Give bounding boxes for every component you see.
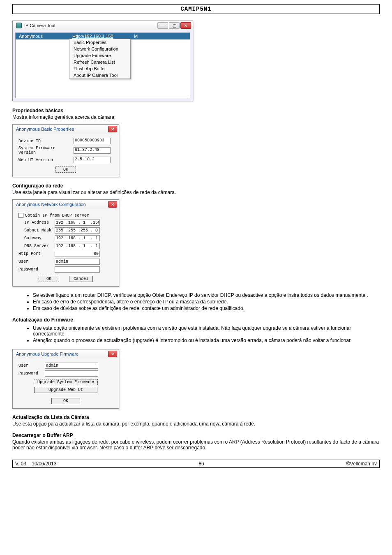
network-config-dialog: Anonymous Network Configuration ✕ Obtain… [12,199,119,287]
menu-flush-arp-buffer[interactable]: Flush Arp Buffer [69,65,130,72]
list-item: Use esta opção unicamente se existirem p… [33,325,380,337]
gw-input[interactable] [55,235,100,241]
ok-button[interactable]: OK [55,166,76,173]
firmware-notes-list: Use esta opção unicamente se existirem p… [33,325,380,343]
menu-about[interactable]: About IP Camera Tool [69,72,130,79]
section-network-desc: Use esta janela para visualizar ou alter… [12,190,380,195]
close-icon[interactable]: ✕ [108,201,117,208]
section-firmware-title: Actualização do Firmware [12,317,380,323]
section-basic-props-title: Propriedades básicas [12,108,380,113]
webui-label: Web UI Version [18,158,72,162]
network-notes-list: Se estiver ligado a um router DHCP, veri… [33,292,380,311]
context-menu: Basic Properties Network Configuration U… [69,39,131,79]
device-id-label: Device ID [18,139,72,143]
dialog-title: Anonymous Upgrade Firmware [16,352,78,356]
menu-basic-properties[interactable]: Basic Properties [69,39,130,46]
password-input[interactable] [45,370,98,377]
ip-input[interactable] [55,220,100,226]
menu-refresh-camera-list[interactable]: Refresh Camera List [69,59,130,65]
maximize-button[interactable]: ▢ [169,22,180,29]
password-label: Password [18,371,43,376]
upgrade-web-ui-button[interactable]: Upgrade Web UI [34,387,97,393]
cancel-button[interactable]: Cancel [69,276,93,282]
list-item: Em caso de dúvidas sobre as definições d… [33,305,380,311]
ok-button[interactable]: OK [39,276,59,282]
device-url-tail: M [131,33,190,39]
sysfw-label: System Firmware Version [18,146,72,155]
webui-value: 2.5.10.2 [74,157,111,163]
list-item: Se estiver ligado a um router DHCP, veri… [33,292,380,298]
close-icon[interactable]: ✕ [108,126,117,132]
dialog-title: Anonymous Basic Properties [16,127,74,132]
window-title: IP Camera Tool [24,23,55,28]
dns-label: DNS Server [24,244,53,248]
device-name: Anonymous [16,33,69,39]
gw-label: Gateway [24,236,53,240]
ip-camera-tool-window: IP Camera Tool — ▢ ✕ Anonymous Http://19… [12,21,193,101]
footer-right: ©Velleman nv [346,461,377,467]
titlebar: IP Camera Tool — ▢ ✕ [13,21,193,30]
app-icon [16,23,22,28]
user-input[interactable] [55,259,100,265]
port-label: Http Port [18,252,53,256]
doc-footer: V. 03 – 10/06/2013 86 ©Velleman nv [12,460,380,468]
menu-upgrade-firmware[interactable]: Upgrade Firmware [69,52,130,59]
minimize-button[interactable]: — [157,22,168,29]
mask-input[interactable] [55,227,100,234]
footer-center: 86 [198,461,204,467]
footer-left: V. 03 – 10/06/2013 [15,461,56,467]
device-id-value: 000C5D00B983 [74,138,111,144]
password-input[interactable] [55,266,100,273]
section-arp-title: Descarregar o Buffer ARP [12,432,380,438]
port-input[interactable] [55,251,100,257]
user-label: User [18,259,53,264]
user-input[interactable] [45,363,98,369]
sysfw-value: 61.37.2.48 [74,147,111,154]
dhcp-checkbox[interactable] [18,213,23,218]
password-label: Password [18,267,53,272]
basic-properties-dialog: Anonymous Basic Properties ✕ Device ID 0… [12,124,119,177]
doc-header: CAMIP5N1 [12,4,380,14]
section-camera-list-desc: Use esta opção para actualizar a lista d… [12,421,380,427]
dns-input[interactable] [55,243,100,249]
list-item: Atenção: quando o processo de actualizaç… [33,338,380,343]
list-item: Em caso de erro de correspondência, alte… [33,299,380,305]
section-basic-props-desc: Mostra informação genérica acerca da câm… [12,114,380,120]
close-icon[interactable]: ✕ [108,351,117,357]
ip-label: IP Address [24,220,53,225]
menu-network-configuration[interactable]: Network Configuration [69,46,130,52]
dhcp-label: Obtain IP from DHCP server [25,213,89,218]
dialog-title: Anonymous Network Configuration [16,202,86,207]
section-network-title: Configuração da rede [12,183,380,189]
ok-button[interactable]: OK [51,398,80,404]
mask-label: Subnet Mask [24,228,53,233]
upgrade-firmware-dialog: Anonymous Upgrade Firmware ✕ User Passwo… [12,349,119,409]
user-label: User [18,363,43,368]
section-camera-list-title: Actualização da Lista da Câmara [12,414,380,420]
section-arp-desc: Quando existem ambas as ligações de rede… [12,439,380,451]
upgrade-system-firmware-button[interactable]: Upgrade System Firmware [34,379,98,385]
close-button[interactable]: ✕ [180,22,191,29]
